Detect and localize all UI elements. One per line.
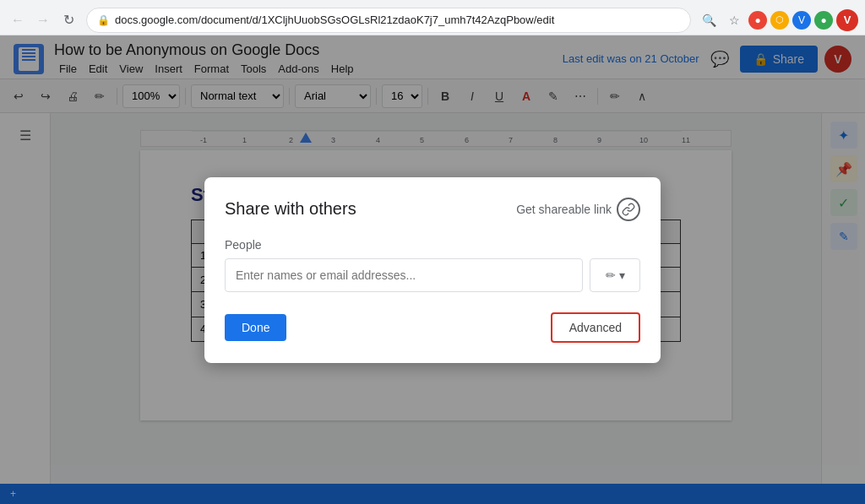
modal-overlay: Share with others Get shareable link Peo… — [0, 35, 865, 504]
share-dialog-title: Share with others — [225, 199, 356, 219]
search-icon-btn[interactable]: 🔍 — [698, 9, 720, 31]
url-text: docs.google.com/document/d/1XCljhUuobSGs… — [115, 14, 680, 26]
address-bar[interactable]: 🔒 docs.google.com/document/d/1XCljhUuobS… — [86, 8, 691, 33]
permissions-button[interactable]: ✏ ▾ — [590, 258, 640, 292]
extension-blue[interactable]: V — [792, 11, 811, 30]
browser-chrome: ← → ↻ 🔒 docs.google.com/document/d/1XClj… — [0, 0, 865, 35]
extension-yellow[interactable]: ⬡ — [770, 11, 789, 30]
share-dialog: Share with others Get shareable link Peo… — [204, 177, 661, 363]
reload-button[interactable]: ↻ — [57, 9, 79, 31]
back-button[interactable]: ← — [7, 9, 29, 31]
extension-green[interactable]: ● — [814, 11, 833, 30]
user-avatar-browser[interactable]: V — [836, 9, 858, 31]
people-label: People — [225, 238, 640, 252]
browser-toolbar-icons: 🔍 ☆ ● ⬡ V ● V — [698, 9, 858, 31]
lock-icon: 🔒 — [97, 14, 110, 26]
get-shareable-link-button[interactable]: Get shareable link — [516, 198, 640, 221]
forward-button[interactable]: → — [32, 9, 54, 31]
bookmark-icon-btn[interactable]: ☆ — [723, 9, 745, 31]
advanced-button[interactable]: Advanced — [551, 312, 640, 343]
permissions-dropdown-icon: ▾ — [619, 268, 625, 282]
done-button[interactable]: Done — [225, 314, 286, 341]
link-icon — [617, 198, 640, 221]
extension-red[interactable]: ● — [748, 11, 767, 30]
nav-buttons: ← → ↻ — [7, 9, 79, 31]
share-dialog-footer: Done Advanced — [225, 312, 640, 343]
email-input[interactable] — [225, 258, 583, 292]
pencil-icon: ✏ — [606, 268, 616, 282]
share-dialog-header: Share with others Get shareable link — [225, 198, 640, 221]
share-input-row: ✏ ▾ — [225, 258, 640, 292]
get-link-label: Get shareable link — [516, 203, 612, 216]
